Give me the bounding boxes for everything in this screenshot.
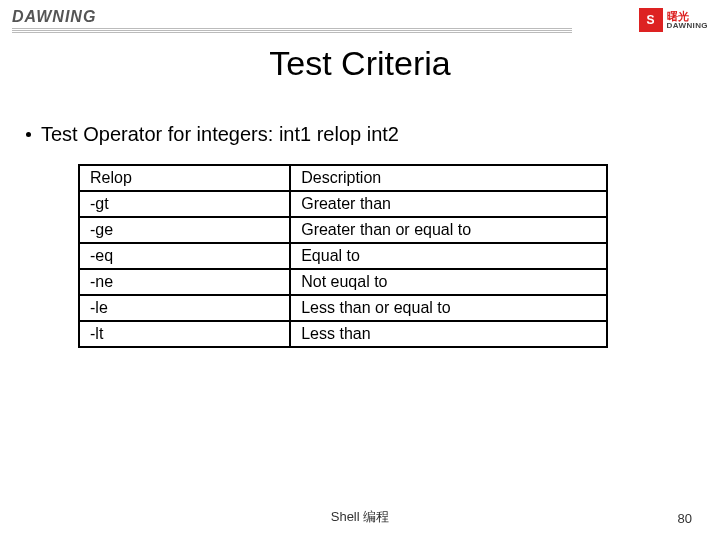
cell-desc: Greater than [290, 191, 607, 217]
brand-right-text: 曙光 DAWNING [667, 11, 708, 30]
cell-desc: Equal to [290, 243, 607, 269]
page-title: Test Criteria [0, 44, 720, 83]
brand-right: S 曙光 DAWNING [639, 8, 708, 32]
bullet-line: Test Operator for integers: int1 relop i… [26, 123, 720, 146]
brand-right-main: 曙光 [667, 11, 708, 22]
cell-desc: Not euqal to [290, 269, 607, 295]
cell-relop: -le [79, 295, 290, 321]
table-header-relop: Relop [79, 165, 290, 191]
brand-underline [12, 28, 572, 34]
footer-page-number: 80 [678, 511, 692, 526]
cell-relop: -gt [79, 191, 290, 217]
criteria-table: Relop Description -gt Greater than -ge G… [78, 164, 608, 348]
table-row: -ne Not euqal to [79, 269, 607, 295]
cell-relop: -eq [79, 243, 290, 269]
header-bar: DAWNING S 曙光 DAWNING [0, 0, 720, 40]
brand-right-small1: DAWNING [667, 22, 708, 30]
cell-relop: -ge [79, 217, 290, 243]
cell-desc: Greater than or equal to [290, 217, 607, 243]
brand-left: DAWNING [12, 8, 572, 34]
table-row: -le Less than or equal to [79, 295, 607, 321]
table-header-description: Description [290, 165, 607, 191]
footer-center: Shell 编程 [331, 508, 390, 526]
cell-relop: -lt [79, 321, 290, 347]
table-row: -ge Greater than or equal to [79, 217, 607, 243]
table-header-row: Relop Description [79, 165, 607, 191]
brand-text: DAWNING [12, 8, 572, 26]
bullet-text: Test Operator for integers: int1 relop i… [41, 123, 399, 146]
brand-logo-icon: S [639, 8, 663, 32]
bullet-icon [26, 132, 31, 137]
cell-desc: Less than [290, 321, 607, 347]
table-row: -gt Greater than [79, 191, 607, 217]
table-row: -lt Less than [79, 321, 607, 347]
cell-desc: Less than or equal to [290, 295, 607, 321]
table-row: -eq Equal to [79, 243, 607, 269]
cell-relop: -ne [79, 269, 290, 295]
